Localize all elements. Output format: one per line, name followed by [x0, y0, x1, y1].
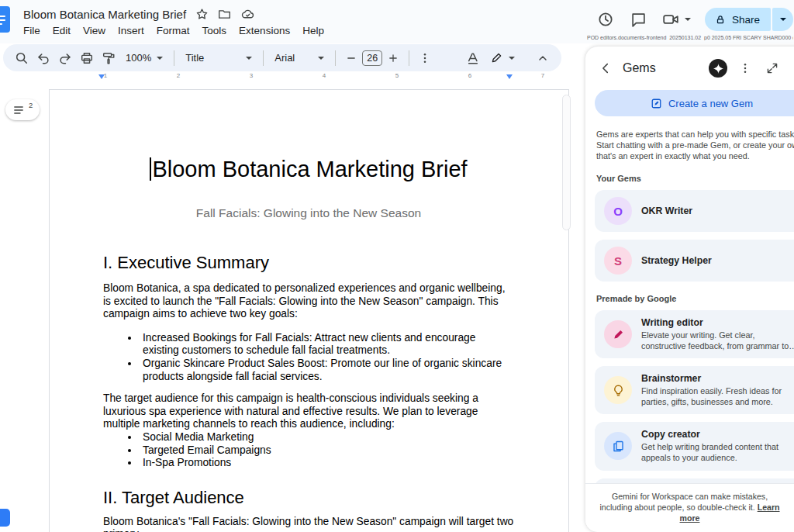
doc-heading-1[interactable]: I. Executive Summary — [103, 253, 514, 273]
list-item[interactable]: Increased Bookings for Fall Facials: Att… — [140, 332, 514, 358]
cloud-saved-icon[interactable] — [240, 8, 255, 21]
doc-heading-title[interactable]: Bloom Botanica Marketing Brief — [103, 155, 514, 183]
panel-title: Gems — [623, 61, 656, 75]
document-canvas: 2 Bloom Botanica Marketing Brief Fall Fa… — [0, 81, 585, 532]
gem-card-copy-creator[interactable]: Copy creator Get help writing branded co… — [595, 422, 794, 470]
toolbar-divider — [174, 50, 174, 66]
more-options-icon[interactable] — [414, 48, 436, 68]
docs-logo[interactable] — [0, 5, 10, 33]
search-icon[interactable] — [11, 48, 33, 68]
document-page[interactable]: Bloom Botanica Marketing Brief Fall Faci… — [49, 89, 569, 532]
paragraph-style-value: Title — [185, 52, 204, 64]
gem-card-writing-editor[interactable]: Writing editor Elevate your writing. Get… — [595, 310, 794, 358]
gems-intro-text: Gems are experts that can help you with … — [596, 129, 794, 161]
print-icon[interactable] — [76, 48, 98, 68]
menu-file[interactable]: File — [17, 23, 47, 38]
menu-tools[interactable]: Tools — [196, 23, 233, 38]
gem-card-brainstormer[interactable]: Brainstormer Find inspiration easily. Fr… — [595, 366, 794, 414]
menu-format[interactable]: Format — [150, 23, 196, 38]
meet-caret-icon[interactable] — [685, 18, 691, 21]
doc-paragraph[interactable]: The target audience for this campaign is… — [103, 392, 514, 431]
menu-insert[interactable]: Insert — [112, 23, 150, 38]
close-icon[interactable] — [790, 59, 794, 78]
gem-card-strategy-helper[interactable]: S Strategy Helper — [595, 240, 794, 282]
font-select[interactable]: Arial — [268, 48, 330, 68]
ruler-tick: 4 — [323, 72, 326, 79]
gemini-disclaimer: Gemini for Workspace can make mistakes, … — [585, 483, 794, 532]
lock-icon — [715, 14, 726, 26]
toolbar-divider — [335, 50, 336, 66]
ruler-tick: 3 — [250, 72, 253, 79]
share-button[interactable]: Share — [705, 8, 771, 31]
doc-bullet-list[interactable]: Social Media Marketing Targeted Email Ca… — [103, 431, 514, 470]
brainstormer-icon — [604, 376, 632, 404]
back-icon[interactable] — [596, 59, 615, 78]
corner-accent — [0, 509, 10, 527]
chevron-down-icon — [509, 57, 515, 60]
tabs-outline-icon — [12, 104, 25, 116]
document-title[interactable]: Bloom Botanica Marketing Brief — [23, 8, 186, 21]
tabs-outline-button[interactable]: 2 — [5, 99, 40, 120]
horizontal-ruler[interactable]: 1 2 3 4 5 6 7 — [0, 71, 570, 81]
premade-label: Premade by Google — [596, 294, 794, 303]
chevron-down-icon — [318, 57, 324, 60]
gem-name: Brainstormer — [641, 373, 794, 384]
build-debug-text: POD editors.documents-frontend_20250131.… — [587, 35, 793, 40]
gemini-icon[interactable] — [709, 59, 727, 78]
zoom-value: 100% — [126, 52, 151, 64]
ruler-tick: 5 — [395, 72, 399, 79]
your-gems-label: Your Gems — [596, 174, 794, 183]
left-indent-marker[interactable] — [98, 74, 105, 79]
list-item[interactable]: Targeted Email Campaigns — [140, 444, 514, 458]
gem-card-okr-writer[interactable]: O OKR Writer — [595, 190, 794, 232]
right-indent-marker[interactable] — [506, 74, 513, 79]
ruler-tick: 2 — [177, 72, 180, 79]
doc-subtitle[interactable]: Fall Facials: Glowing into the New Seaso… — [103, 206, 514, 220]
doc-paragraph[interactable]: Bloom Botanica's "Fall Facials: Glowing … — [103, 516, 514, 532]
create-gem-button[interactable]: Create a new Gem — [595, 90, 794, 116]
list-item[interactable]: Organic Skincare Product Sales Boost: Pr… — [140, 358, 514, 383]
zoom-select[interactable]: 100% — [119, 48, 169, 68]
gem-name: Copy creator — [641, 429, 794, 440]
meet-icon — [661, 9, 681, 29]
move-folder-icon[interactable] — [218, 8, 231, 21]
pen-tool-select[interactable] — [484, 48, 521, 68]
toolbar-divider — [263, 50, 264, 66]
menu-view[interactable]: View — [77, 23, 112, 38]
doc-paragraph[interactable]: Bloom Botanica, a spa dedicated to perso… — [103, 282, 514, 321]
share-label: Share — [732, 14, 760, 26]
pen-tool-icon — [490, 51, 503, 64]
increase-font-icon[interactable] — [382, 48, 404, 68]
undo-icon[interactable] — [33, 48, 54, 68]
list-item[interactable]: Social Media Marketing — [140, 431, 514, 444]
comments-icon[interactable] — [628, 9, 648, 29]
star-icon[interactable] — [195, 8, 209, 21]
open-full-icon[interactable] — [763, 59, 782, 78]
writing-editor-icon — [604, 320, 632, 348]
redo-icon[interactable] — [54, 48, 76, 68]
menu-edit[interactable]: Edit — [47, 23, 77, 38]
document-scrollbar[interactable] — [562, 95, 571, 230]
outline-count-badge: 2 — [29, 101, 33, 109]
gem-desc: Elevate your writing. Get clear, constru… — [641, 330, 794, 351]
text-format-icon[interactable] — [462, 48, 484, 68]
paint-format-icon[interactable] — [98, 48, 119, 68]
paragraph-style-select[interactable]: Title — [179, 48, 258, 68]
font-size-input[interactable]: 26 — [362, 50, 382, 66]
decrease-font-icon[interactable] — [340, 48, 362, 68]
menu-help[interactable]: Help — [296, 23, 330, 38]
list-item[interactable]: In-Spa Promotions — [140, 457, 514, 470]
chevron-down-icon — [246, 57, 252, 60]
gems-side-panel: Gems Create a new Gem Gems are experts t… — [585, 47, 794, 532]
doc-heading-2[interactable]: II. Target Audience — [103, 488, 514, 508]
version-history-icon[interactable] — [596, 9, 616, 29]
collapse-toolbar-icon[interactable] — [532, 48, 554, 68]
gem-name: Writing editor — [641, 317, 794, 328]
doc-bullet-list[interactable]: Increased Bookings for Fall Facials: Att… — [103, 332, 514, 383]
toolbar-divider — [409, 50, 409, 66]
share-options-button[interactable] — [772, 8, 793, 31]
menu-extensions[interactable]: Extensions — [233, 23, 296, 38]
meet-button[interactable] — [661, 9, 691, 29]
gem-name: Strategy Helper — [641, 255, 712, 266]
overflow-icon[interactable] — [736, 59, 754, 78]
